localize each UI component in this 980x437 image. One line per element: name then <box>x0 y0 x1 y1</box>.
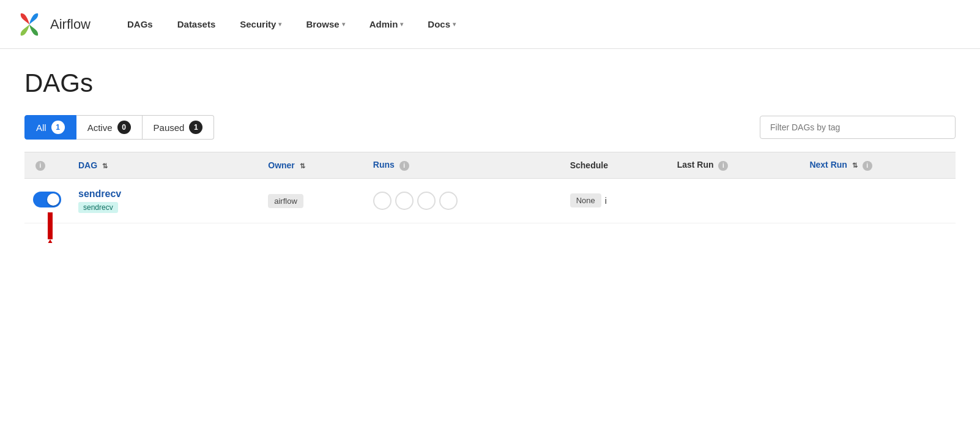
dag-owner-badge: airflow <box>268 194 303 208</box>
schedule-badge: None <box>570 193 601 207</box>
dag-runs-cell <box>365 178 562 223</box>
nav-dags[interactable]: DAGs <box>115 14 165 34</box>
airflow-logo <box>15 10 44 39</box>
dag-sort-icon[interactable]: ⇅ <box>102 162 108 170</box>
logo-area: Airflow <box>15 10 91 39</box>
owner-sort-icon[interactable]: ⇅ <box>300 162 305 170</box>
nav-security[interactable]: Security ▾ <box>228 14 294 34</box>
security-dropdown-arrow: ▾ <box>278 21 281 28</box>
run-circle-2 <box>395 192 414 210</box>
dag-tag[interactable]: sendrecv <box>78 202 118 213</box>
col-info: i <box>24 152 70 179</box>
header-info-icon[interactable]: i <box>35 161 45 171</box>
filter-input-wrap <box>760 116 956 139</box>
dag-owner-cell: airflow <box>259 178 365 223</box>
tab-paused[interactable]: Paused 1 <box>143 115 215 140</box>
browse-dropdown-arrow: ▾ <box>342 21 345 28</box>
tab-paused-badge: 1 <box>189 121 202 134</box>
docs-dropdown-arrow: ▾ <box>453 21 456 28</box>
page-title: DAGs <box>24 69 956 98</box>
tab-active[interactable]: Active 0 <box>76 115 143 140</box>
lastrun-info-icon[interactable]: i <box>718 161 728 171</box>
header: Airflow DAGs Datasets Security ▾ Browse … <box>0 0 980 49</box>
dag-name-cell: sendrecv sendrecv <box>70 178 259 223</box>
nav-admin[interactable]: Admin ▾ <box>357 14 416 34</box>
tab-all[interactable]: All 1 <box>24 115 76 140</box>
table-header: i DAG ⇅ Owner ⇅ Runs i Schedule <box>24 152 956 179</box>
nav-datasets[interactable]: Datasets <box>165 14 228 34</box>
arrow-shaft <box>48 212 53 239</box>
red-arrow-annotation <box>42 212 59 243</box>
dag-toggle[interactable] <box>33 192 61 207</box>
col-dag: DAG ⇅ <box>70 152 259 179</box>
col-schedule: Schedule <box>562 152 669 179</box>
toggle-cell <box>24 178 70 223</box>
filter-tags-input[interactable] <box>760 116 956 139</box>
arrow-head <box>42 239 59 243</box>
col-runs: Runs i <box>365 152 562 179</box>
app-title: Airflow <box>50 17 91 32</box>
table-body: sendrecv sendrecv airflow <box>24 178 956 223</box>
dag-schedule-cell: None i <box>562 178 669 223</box>
nextrun-sort-icon[interactable]: ⇅ <box>852 162 858 170</box>
tab-active-badge: 0 <box>117 121 131 134</box>
nextrun-info-icon[interactable]: i <box>863 161 872 171</box>
col-lastrun: Last Run i <box>669 152 801 179</box>
tab-all-badge: 1 <box>51 121 65 134</box>
dag-nextrun-cell <box>801 178 956 223</box>
run-circle-3 <box>417 192 436 210</box>
toggle-thumb <box>47 193 59 206</box>
col-owner: Owner ⇅ <box>259 152 365 179</box>
nav-docs[interactable]: Docs ▾ <box>415 14 468 34</box>
col-nextrun: Next Run ⇅ i <box>801 152 956 179</box>
filter-row: All 1 Active 0 Paused 1 <box>24 115 956 140</box>
run-circle-4 <box>439 192 458 210</box>
runs-info-icon[interactable]: i <box>399 161 409 171</box>
run-circle-1 <box>373 192 392 210</box>
table-row: sendrecv sendrecv airflow <box>24 178 956 223</box>
main-content: DAGs All 1 Active 0 Paused 1 i <box>0 49 980 243</box>
nav-browse[interactable]: Browse ▾ <box>294 14 357 34</box>
schedule-info-icon[interactable]: i <box>605 196 607 206</box>
admin-dropdown-arrow: ▾ <box>400 21 403 28</box>
dags-table: i DAG ⇅ Owner ⇅ Runs i Schedule <box>24 152 956 223</box>
tab-group: All 1 Active 0 Paused 1 <box>24 115 214 140</box>
main-nav: DAGs Datasets Security ▾ Browse ▾ Admin … <box>115 14 468 34</box>
dag-lastrun-cell <box>669 178 801 223</box>
run-circles <box>373 192 553 210</box>
schedule-info: None i <box>570 193 660 207</box>
dag-name-link[interactable]: sendrecv <box>78 189 251 200</box>
